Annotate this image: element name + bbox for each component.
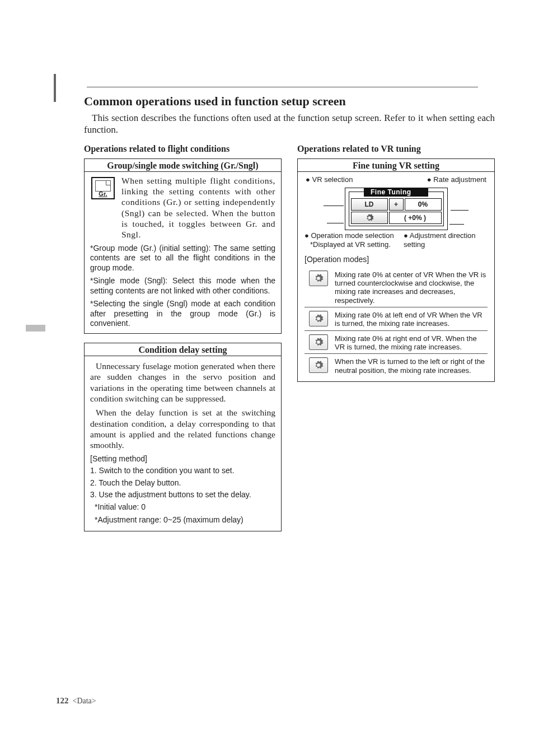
operation-mode-list: Mixing rate 0% at center of VR When the … (305, 267, 488, 377)
group-single-note-2: *Single mode (Sngl): Select this mode wh… (90, 276, 275, 296)
right-subheading: Operations related to VR tuning (297, 144, 495, 154)
operation-mode-selection-label: ● Operation mode selection (305, 231, 394, 240)
gear-icon (313, 273, 324, 283)
leader-line-bottom-right (449, 224, 464, 225)
gr-icon-label: Gr. (99, 191, 107, 197)
op-mode-desc-4: When the VR is turned to the left or rig… (335, 357, 486, 375)
group-mode-icon: Gr. (91, 177, 115, 199)
setting-method-label: [Setting method] (90, 454, 275, 464)
rate-value-field[interactable]: 0% (405, 198, 442, 211)
adjustment-direction-field[interactable]: ( +0% ) (389, 212, 442, 224)
op-mode-button-center[interactable] (309, 270, 328, 286)
op-mode-button-neutral[interactable] (309, 357, 328, 373)
condition-delay-p1: Unnecessary fuselage motion generated wh… (90, 361, 275, 404)
group-single-body: When setting multiple flight conditions,… (121, 175, 275, 240)
gear-icon (364, 213, 375, 223)
initial-value-note: *Initial value: 0 (95, 502, 275, 512)
setting-step-3: 3. Use the adjustment buttons to set the… (90, 490, 275, 500)
gear-icon (313, 314, 324, 324)
gr-icon-container: Gr. (90, 175, 116, 240)
left-margin-accent (26, 325, 45, 332)
setting-step-1: 1. Switch to the condition you want to s… (90, 466, 275, 476)
op-mode-desc-3: Mixing rate 0% at right end of VR. When … (335, 334, 486, 352)
ld-button[interactable]: LD (351, 198, 388, 211)
leader-line-top-left (324, 206, 344, 206)
operation-modes-heading: [Operation modes] (305, 255, 488, 265)
op-mode-button-left[interactable] (309, 311, 328, 326)
condition-delay-box: Condition delay setting Unnecessary fuse… (84, 343, 282, 531)
setting-step-2: 2. Touch the Delay button. (90, 478, 275, 488)
top-left-marker (54, 74, 56, 102)
group-single-box-title: Group/single mode switching (Gr./Sngl) (85, 159, 281, 172)
page-number: 122 (56, 696, 69, 705)
op-mode-desc-2: Mixing rate 0% at left end of VR When th… (335, 311, 486, 328)
fine-tuning-title: Fine tuning VR setting (298, 159, 494, 172)
gear-icon (313, 337, 324, 347)
section-intro-paragraph: This section describes the functions oft… (84, 112, 495, 136)
leader-line-top-right (451, 210, 469, 211)
left-subheading: Operations related to flight conditions (84, 144, 282, 154)
condition-delay-p2: When the delay function is set at the sw… (90, 407, 275, 451)
plus-button[interactable]: + (389, 198, 404, 211)
group-single-box: Group/single mode switching (Gr./Sngl) G… (84, 158, 282, 334)
fine-tuning-panel-diagram: Fine Tuning LD + 0% ( +0% (305, 188, 488, 230)
fine-tuning-box: Fine tuning VR setting ● VR selection ● … (297, 158, 495, 382)
fine-tuning-screen-title: Fine Tuning (364, 188, 428, 197)
group-single-note-1: *Group mode (Gr.) (initial setting): The… (90, 244, 275, 273)
top-horizontal-rule (87, 87, 478, 87)
rate-adjustment-label: ● Rate adjustment (427, 175, 486, 184)
gear-icon (313, 360, 324, 370)
right-column: Operations related to VR tuning Fine tun… (297, 144, 495, 382)
condition-delay-title: Condition delay setting (85, 343, 281, 356)
stacked-pages-icon (95, 180, 111, 192)
adjustment-direction-label: ● Adjustment direction setting (404, 231, 488, 250)
section-title: Common operations used in function setup… (84, 0, 495, 109)
op-mode-desc-1: Mixing rate 0% at center of VR When the … (335, 270, 486, 305)
left-column: Operations related to flight conditions … (84, 144, 282, 531)
displayed-at-vr-note: *Displayed at VR setting. (310, 240, 394, 249)
operation-mode-button[interactable] (351, 212, 388, 224)
fine-tuning-screen-panel: Fine Tuning LD + 0% ( +0% (349, 192, 444, 226)
page-section-label: <Data> (73, 697, 96, 705)
adjustment-range-note: *Adjustment range: 0~25 (maximum delay) (95, 515, 275, 525)
group-single-note-3: *Selecting the single (Sngl) mode at eac… (90, 299, 275, 329)
op-mode-button-right[interactable] (309, 334, 328, 350)
vr-selection-label: ● VR selection (306, 175, 353, 184)
page-footer: 122 <Data> (56, 696, 96, 706)
leader-line-bottom-left (327, 223, 344, 223)
